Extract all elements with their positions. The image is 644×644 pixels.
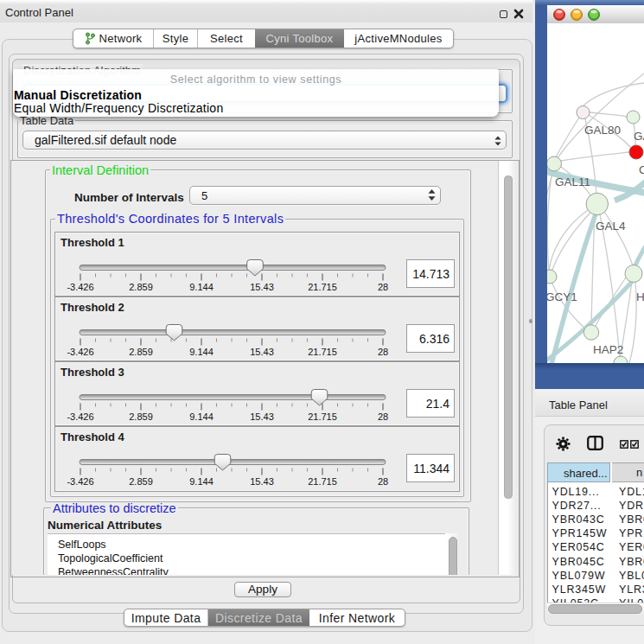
svg-text:21.715: 21.715 [308, 347, 337, 357]
svg-text:GCY1: GCY1 [547, 290, 577, 303]
svg-text:-3.426: -3.426 [67, 282, 93, 292]
svg-text:9.144: 9.144 [189, 411, 214, 422]
svg-text:GAL11: GAL11 [555, 175, 590, 188]
svg-text:28: 28 [378, 476, 388, 487]
svg-text:21.715: 21.715 [308, 411, 337, 422]
svg-text:-3.426: -3.426 [67, 347, 93, 357]
svg-text:9.144: 9.144 [189, 347, 214, 357]
svg-text:2.859: 2.859 [129, 282, 153, 292]
svg-text:15.43: 15.43 [250, 476, 274, 487]
svg-text:9.144: 9.144 [189, 282, 214, 292]
svg-text:HAP2: HAP2 [593, 343, 623, 356]
svg-text:15.43: 15.43 [250, 282, 274, 292]
svg-text:9.144: 9.144 [189, 476, 214, 487]
svg-text:2.859: 2.859 [129, 347, 153, 357]
svg-text:2.859: 2.859 [129, 476, 153, 487]
svg-text:-3.426: -3.426 [67, 411, 93, 422]
svg-text:21.715: 21.715 [308, 476, 337, 487]
svg-text:C: C [639, 163, 644, 176]
svg-text:28: 28 [378, 411, 388, 422]
svg-text:GAL4: GAL4 [596, 220, 626, 233]
svg-text:28: 28 [378, 347, 388, 357]
svg-text:GAL80: GAL80 [584, 124, 621, 137]
svg-text:H: H [636, 290, 644, 303]
svg-text:21.715: 21.715 [308, 282, 337, 292]
svg-text:-3.426: -3.426 [67, 476, 93, 487]
svg-text:GA: GA [634, 130, 644, 143]
svg-text:15.43: 15.43 [250, 411, 274, 422]
svg-text:2.859: 2.859 [129, 411, 153, 422]
svg-text:28: 28 [378, 282, 388, 292]
svg-text:15.43: 15.43 [250, 347, 274, 357]
